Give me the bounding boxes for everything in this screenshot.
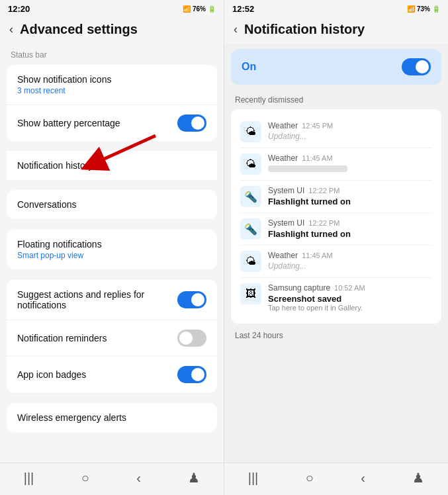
- setting-app-icon-badges[interactable]: App icon badges: [7, 357, 217, 392]
- on-label: On: [242, 61, 256, 73]
- notif-item-systemui-2[interactable]: 🔦 System UI 12:22 PM Flashlight turned o…: [240, 213, 432, 246]
- notif-item-weather-1245[interactable]: 🌤 Weather 12:45 PM Updating...: [240, 116, 432, 148]
- battery-icon-left: 🔋: [208, 5, 216, 13]
- setting-conversations[interactable]: Conversations: [7, 190, 217, 219]
- back-button-left[interactable]: ‹: [9, 22, 13, 36]
- notif-updating1: Updating...: [268, 132, 432, 141]
- status-bar-left: 12:20 📶 76% 🔋: [0, 0, 224, 17]
- notif-item-weather-1145a[interactable]: 🌤 Weather 11:45 AM: [240, 148, 432, 181]
- notif-placeholder: [268, 165, 347, 172]
- notif-app-sysui2: System UI: [268, 218, 304, 228]
- card-suggest-reminders-badges: Suggest actions and replies for notifica…: [7, 280, 217, 392]
- notif-app-weather3: Weather: [268, 251, 298, 260]
- notif-app-weather1: Weather: [268, 121, 298, 130]
- show-battery-title: Show battery percentage: [17, 118, 177, 128]
- notif-time-sysui1: 12:22 PM: [308, 187, 339, 195]
- status-icons-left: 📶 76% 🔋: [183, 5, 216, 13]
- time-left: 12:20: [8, 4, 30, 14]
- suggest-actions-toggle[interactable]: [177, 291, 206, 308]
- nav-assistant-left[interactable]: ♟: [188, 470, 200, 486]
- notif-subdesc-screenshot: Tap here to open it in Gallery.: [268, 304, 432, 312]
- notif-icon-weather: 🌤: [240, 121, 261, 142]
- floating-subtitle: Smart pop-up view: [17, 251, 206, 260]
- signal-icon-right: 📶: [407, 5, 415, 13]
- nav-menu-left[interactable]: |||: [24, 471, 34, 486]
- setting-notification-history[interactable]: Notification history: [7, 151, 217, 180]
- setting-suggest-actions[interactable]: Suggest actions and replies for notifica…: [7, 280, 217, 320]
- setting-floating-notifications[interactable]: Floating notifications Smart pop-up view: [7, 230, 217, 269]
- notif-icon-weather3: 🌤: [240, 251, 261, 272]
- notif-reminders-title: Notification reminders: [17, 333, 177, 343]
- on-toggle-row[interactable]: On: [231, 49, 441, 85]
- nav-bar-left: ||| ○ ‹ ♟: [0, 463, 224, 495]
- notif-desc-flash2: Flashlight turned on: [268, 229, 432, 239]
- left-panel: 12:20 📶 76% 🔋 ‹ Advanced settings Status…: [0, 0, 224, 495]
- notif-time-weather1: 12:45 PM: [302, 122, 333, 130]
- page-title-right: Notification history: [244, 22, 365, 37]
- notif-reminders-toggle[interactable]: [177, 330, 206, 347]
- notif-desc-flash1: Flashlight turned on: [268, 197, 432, 206]
- notif-app-capture: Samsung capture: [268, 283, 330, 292]
- setting-show-notification-icons[interactable]: Show notification icons 3 most recent: [7, 65, 217, 105]
- notif-updating2: Updating...: [268, 261, 432, 271]
- battery-text-left: 76%: [193, 5, 206, 13]
- notif-time-sysui2: 12:22 PM: [308, 219, 339, 227]
- page-title-left: Advanced settings: [20, 22, 138, 37]
- notif-desc-screenshot: Screenshot saved: [268, 294, 432, 304]
- signal-icon: 📶: [183, 5, 191, 13]
- content-left: Status bar Show notification icons 3 mos…: [0, 44, 224, 463]
- notif-item-weather-1145b[interactable]: 🌤 Weather 11:45 AM Updating...: [240, 246, 432, 278]
- status-icons-right: 📶 73% 🔋: [407, 5, 440, 13]
- header-left: ‹ Advanced settings: [0, 17, 224, 44]
- back-button-right[interactable]: ‹: [234, 22, 238, 36]
- notif-icon-weather2: 🌤: [240, 154, 261, 175]
- notif-icon-systemui2: 🔦: [240, 218, 261, 240]
- notif-time-capture: 10:52 AM: [334, 284, 365, 292]
- notif-card-recent: 🌤 Weather 12:45 PM Updating... 🌤 Weather…: [231, 109, 441, 324]
- notif-item-systemui-1[interactable]: 🔦 System UI 12:22 PM Flashlight turned o…: [240, 181, 432, 213]
- card-conversations: Conversations: [7, 190, 217, 219]
- section-last-24: Last 24 hours: [224, 326, 448, 343]
- setting-show-battery[interactable]: Show battery percentage: [7, 105, 217, 141]
- section-recently-dismissed: Recently dismissed: [224, 90, 448, 107]
- conversations-title: Conversations: [17, 199, 206, 210]
- app-icon-badges-title: App icon badges: [17, 369, 177, 380]
- notif-icon-systemui1: 🔦: [240, 186, 261, 207]
- suggest-actions-title: Suggest actions and replies for notifica…: [17, 289, 177, 310]
- show-notif-icons-title: Show notification icons: [17, 74, 206, 85]
- card-floating: Floating notifications Smart pop-up view: [7, 230, 217, 269]
- notif-history-title: Notification history: [17, 160, 206, 171]
- wireless-emergency-title: Wireless emergency alerts: [17, 412, 206, 423]
- status-bar-right: 12:52 📶 73% 🔋: [224, 0, 448, 17]
- notif-icon-capture: 🖼: [240, 283, 261, 304]
- nav-back-right[interactable]: ‹: [361, 471, 365, 486]
- floating-title: Floating notifications: [17, 239, 206, 249]
- card-emergency: Wireless emergency alerts: [7, 403, 217, 432]
- notif-time-weather2: 11:45 AM: [302, 154, 332, 162]
- notif-app-weather2: Weather: [268, 154, 298, 163]
- app-icon-badges-toggle[interactable]: [177, 366, 206, 383]
- battery-text-right: 73%: [417, 5, 430, 13]
- nav-assistant-right[interactable]: ♟: [412, 470, 424, 486]
- battery-icon-right: 🔋: [432, 5, 440, 13]
- nav-home-left[interactable]: ○: [81, 471, 89, 486]
- show-notif-icons-subtitle: 3 most recent: [17, 86, 206, 95]
- notif-app-sysui1: System UI: [268, 186, 304, 195]
- card-notif-history: Notification history: [7, 151, 217, 180]
- history-on-toggle[interactable]: [402, 58, 431, 75]
- time-right: 12:52: [232, 4, 254, 14]
- header-right: ‹ Notification history: [224, 17, 448, 44]
- card-statusbar: Show notification icons 3 most recent Sh…: [7, 65, 217, 141]
- nav-back-left[interactable]: ‹: [136, 471, 141, 486]
- setting-notification-reminders[interactable]: Notification reminders: [7, 320, 217, 357]
- content-right: On Recently dismissed 🌤 Weather 12:45 PM…: [224, 44, 448, 463]
- right-panel: 12:52 📶 73% 🔋 ‹ Notification history On …: [224, 0, 448, 495]
- notif-time-weather3: 11:45 AM: [302, 251, 332, 259]
- nav-home-right[interactable]: ○: [306, 471, 314, 486]
- notif-item-samsung-capture[interactable]: 🖼 Samsung capture 10:52 AM Screenshot sa…: [240, 278, 432, 317]
- nav-bar-right: ||| ○ ‹ ♟: [224, 463, 448, 495]
- nav-menu-right[interactable]: |||: [248, 471, 259, 486]
- battery-toggle[interactable]: [177, 114, 206, 132]
- section-label-statusbar: Status bar: [0, 44, 224, 62]
- setting-wireless-emergency[interactable]: Wireless emergency alerts: [7, 403, 217, 432]
